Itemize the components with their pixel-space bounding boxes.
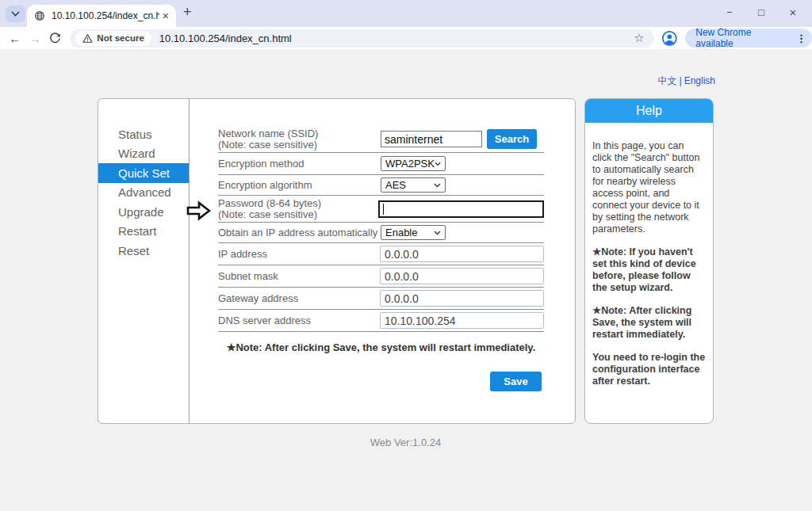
not-secure-label: Not secure <box>97 33 144 43</box>
form-row-encryption-method: Encryption method WPA2PSK <box>218 153 544 175</box>
lang-english-link[interactable]: English <box>684 75 715 86</box>
form-row-subnet: Subnet mask <box>218 265 544 288</box>
browser-toolbar: ← → Not secure 10.10.100.254/index_cn.ht… <box>0 27 812 49</box>
sidebar-item-restart[interactable]: Restart <box>98 222 189 242</box>
dns-label: DNS server address <box>218 315 380 326</box>
reload-icon[interactable] <box>45 32 65 44</box>
subnet-mask-label: Subnet mask <box>218 271 380 282</box>
browser-menu-icon[interactable]: ⋮ <box>796 32 806 44</box>
url-text[interactable]: 10.10.100.254/index_cn.html <box>159 32 634 44</box>
help-paragraph: You need to re-login the configuration i… <box>592 352 706 387</box>
profile-avatar-icon[interactable] <box>661 30 678 47</box>
sidebar-item-reset[interactable]: Reset <box>98 241 189 261</box>
page-content: 中文|English Status Wizard Quick Set Advan… <box>0 49 812 511</box>
dhcp-select[interactable]: Enable <box>381 225 446 240</box>
sidebar-item-wizard[interactable]: Wizard <box>98 144 189 164</box>
sidebar-item-quick-set[interactable]: Quick Set <box>98 163 189 183</box>
form-row-gateway: Gateway address <box>218 288 544 310</box>
window-controls: − □ × <box>714 0 809 24</box>
gateway-input[interactable] <box>380 290 544 307</box>
help-title: Help <box>585 99 713 123</box>
ip-address-input[interactable] <box>380 246 544 262</box>
password-input[interactable] <box>378 200 544 218</box>
restart-note: ★Note: After clicking Save, the system w… <box>218 341 544 353</box>
main-panel: Status Wizard Quick Set Advanced Upgrade… <box>98 98 576 424</box>
sidebar-item-advanced[interactable]: Advanced <box>98 183 189 203</box>
form-row-encryption-algorithm: Encryption algorithm AES <box>218 175 544 196</box>
form-row-ssid: Network name (SSID)(Note: case sensitive… <box>218 126 544 153</box>
dns-input[interactable] <box>380 312 544 329</box>
ssid-label: Network name (SSID)(Note: case sensitive… <box>218 128 381 151</box>
help-paragraph: ★Note: After clicking Save, the system w… <box>592 305 706 341</box>
not-secure-chip[interactable]: Not secure <box>75 31 151 46</box>
bookmark-star-icon[interactable]: ☆ <box>634 31 644 45</box>
tab-strip: 10.10.100.254/index_cn.html × + − □ × <box>0 0 812 27</box>
password-label: Password (8-64 bytes)(Note: case sensiti… <box>218 198 378 220</box>
globe-icon <box>34 10 45 21</box>
minimize-icon[interactable]: − <box>714 0 745 24</box>
form-row-ip: IP address <box>218 243 544 265</box>
language-switcher: 中文|English <box>658 74 715 88</box>
address-bar[interactable]: Not secure 10.10.100.254/index_cn.html ☆ <box>70 29 653 48</box>
tab-title: 10.10.100.254/index_cn.html <box>52 10 159 21</box>
form-row-dns: DNS server address <box>218 310 544 332</box>
encryption-method-label: Encryption method <box>218 158 381 170</box>
save-button[interactable]: Save <box>490 372 542 391</box>
form-row-password: Password (8-64 bytes)(Note: case sensiti… <box>218 196 544 223</box>
chevron-down-icon <box>435 162 441 166</box>
back-icon[interactable]: ← <box>5 32 25 45</box>
lang-separator: | <box>680 75 682 86</box>
browser-tab[interactable]: 10.10.100.254/index_cn.html × <box>27 5 176 27</box>
forward-icon[interactable]: → <box>25 32 44 45</box>
chevron-down-icon <box>434 231 441 235</box>
encryption-method-select[interactable]: WPA2PSK <box>381 156 446 171</box>
maximize-icon[interactable]: □ <box>745 0 777 24</box>
tab-search-button[interactable] <box>6 6 25 22</box>
new-tab-button[interactable]: + <box>183 4 192 21</box>
form-row-dhcp: Obtain an IP address automatically Enabl… <box>218 223 544 243</box>
dhcp-label: Obtain an IP address automatically <box>218 227 381 238</box>
update-chrome-pill[interactable]: New Chrome available ⋮ <box>685 29 812 48</box>
sidebar-item-status[interactable]: Status <box>98 124 189 144</box>
ssid-input[interactable] <box>381 131 482 147</box>
browser-window: 10.10.100.254/index_cn.html × + − □ × ← … <box>0 0 812 511</box>
sidebar-item-upgrade[interactable]: Upgrade <box>98 202 189 222</box>
encryption-algorithm-select[interactable]: AES <box>381 177 446 193</box>
search-button[interactable]: Search <box>487 129 537 149</box>
subnet-mask-input[interactable] <box>380 268 544 284</box>
help-paragraph: ★Note: If you haven't set this kind of d… <box>592 246 706 294</box>
annotation-arrow-icon <box>186 200 211 221</box>
close-icon[interactable]: × <box>777 0 809 24</box>
encryption-algorithm-label: Encryption algorithm <box>218 180 381 191</box>
help-paragraph: In this page, you can click the "Search"… <box>592 140 706 235</box>
warning-icon <box>82 34 93 43</box>
web-version-text: Web Ver:1.0.24 <box>98 437 714 448</box>
help-panel: Help In this page, you can click the "Se… <box>584 98 714 424</box>
lang-chinese-link[interactable]: 中文 <box>658 75 677 86</box>
help-body: In this page, you can click the "Search"… <box>585 123 713 387</box>
update-chrome-label: New Chrome available <box>695 27 789 49</box>
chevron-down-icon <box>434 183 441 188</box>
sidebar: Status Wizard Quick Set Advanced Upgrade… <box>98 99 190 423</box>
gateway-label: Gateway address <box>218 293 380 304</box>
close-tab-icon[interactable]: × <box>163 10 169 22</box>
text-cursor <box>383 204 384 215</box>
chevron-down-icon <box>11 11 20 17</box>
settings-form: Network name (SSID)(Note: case sensitive… <box>190 126 574 391</box>
ip-address-label: IP address <box>218 249 380 260</box>
sidebar-menu: Status Wizard Quick Set Advanced Upgrade… <box>98 124 189 261</box>
